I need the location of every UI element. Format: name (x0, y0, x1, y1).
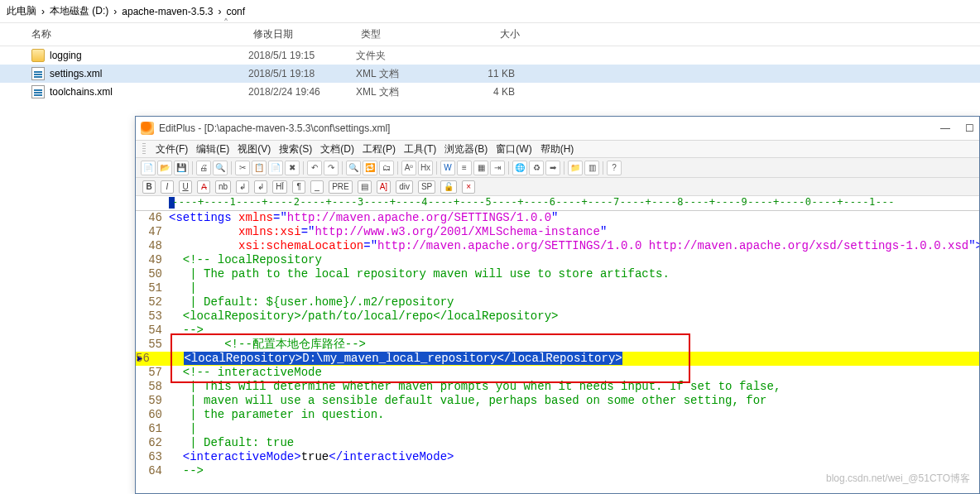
code: " (551, 211, 558, 224)
file-row[interactable]: toolchains.xml 2018/2/24 19:46 XML 文档 4 … (0, 83, 980, 101)
replace-icon[interactable]: 🔁 (363, 161, 377, 175)
col-type[interactable]: 类型 (361, 27, 460, 41)
menu-view[interactable]: 视图(V) (238, 142, 271, 156)
bold-button[interactable]: B (142, 180, 156, 194)
folder-icon (31, 49, 45, 62)
reload-icon[interactable]: ♻ (529, 161, 544, 175)
font-a-icon[interactable]: Aᵅ (401, 161, 416, 175)
open-icon[interactable]: 📂 (157, 161, 172, 175)
print-icon[interactable]: 🖨 (196, 161, 211, 175)
titlebar[interactable]: EditPlus - [D:\apache-maven-3.5.3\conf\s… (136, 117, 979, 140)
file-row-folder[interactable]: logging 2018/5/1 19:15 文件夹 (0, 46, 980, 65)
hr-button[interactable]: ⎯ (310, 180, 324, 194)
nbsp-button[interactable]: nb (215, 180, 231, 194)
strike-button[interactable]: A̶ (197, 180, 210, 194)
h-button[interactable]: HĪ (272, 180, 287, 194)
xml-file-icon (31, 85, 45, 98)
menu-tool[interactable]: 工具(T) (404, 142, 436, 156)
find-icon[interactable]: 🔍 (346, 161, 361, 175)
window-title: EditPlus - [D:\apache-maven-3.5.3\conf\s… (159, 122, 390, 134)
folder-icon[interactable]: 📁 (568, 161, 583, 175)
word-icon[interactable]: W (440, 161, 455, 175)
separator (303, 161, 304, 175)
current-line-marker: ▶ (137, 352, 142, 366)
br-button[interactable]: ↲ (236, 180, 249, 194)
menu-file[interactable]: 文件(F) (156, 142, 188, 156)
span-button[interactable]: SP (418, 180, 435, 194)
bc-folder1[interactable]: apache-maven-3.5.3 (122, 6, 213, 17)
menu-window[interactable]: 窗口(W) (496, 142, 531, 156)
code: "> (968, 239, 979, 252)
bc-folder2[interactable]: conf (226, 6, 245, 17)
separator (231, 161, 232, 175)
redo-icon[interactable]: ↷ (324, 161, 339, 175)
panel-icon[interactable]: ▥ (584, 161, 599, 175)
pre-button[interactable]: PRE (329, 180, 353, 194)
copy-icon[interactable]: 📋 (252, 161, 267, 175)
sort-asc-icon: ˄ (223, 17, 228, 29)
code: --> (169, 464, 979, 478)
italic-button[interactable]: I (161, 180, 174, 194)
para-button[interactable]: ¶ (292, 180, 305, 194)
wrap-icon[interactable]: ≡ (457, 161, 472, 175)
selected-text: <localRepository>D:\my_maven_local_repos… (184, 352, 622, 365)
list-button[interactable]: ▤ (358, 180, 372, 194)
bc-drive[interactable]: 本地磁盘 (D:) (50, 4, 108, 18)
file-row-selected[interactable]: settings.xml 2018/5/1 19:18 XML 文档 11 KB (0, 65, 980, 83)
toolbar-main[interactable]: 📄 📂 💾 🖨 🔍 ✂ 📋 📄 ✖ ↶ ↷ 🔍 🔁 🗂 Aᵅ Hx W ≡ ▦ … (136, 158, 979, 178)
breadcrumb[interactable]: 此电脑› 本地磁盘 (D:)› apache-maven-3.5.3› conf (0, 0, 980, 23)
file-type: XML 文档 (356, 67, 455, 81)
separator (192, 161, 193, 175)
code-editor[interactable]: 46<settings xmlns="http://maven.apache.o… (136, 211, 979, 493)
menu-search[interactable]: 搜索(S) (279, 142, 312, 156)
col-size[interactable]: 大小 (460, 27, 535, 41)
grip-icon (142, 143, 146, 155)
toggle-icon[interactable]: ▦ (473, 161, 488, 175)
bc-root[interactable]: 此电脑 (7, 4, 36, 18)
toolbar-html[interactable]: B I U A̶ nb ↲ ↲ HĪ ¶ ⎯ PRE ▤ A] div SP 🔓… (136, 178, 979, 196)
lock-button[interactable]: 🔓 (440, 180, 457, 194)
code: | Default: true (169, 436, 979, 450)
menu-project[interactable]: 工程(P) (363, 142, 396, 156)
code: | the parameter in question. (169, 408, 979, 422)
underline-button[interactable]: U (179, 180, 192, 194)
code: | (169, 422, 979, 436)
col-date[interactable]: 修改日期 (253, 27, 361, 41)
code: xmlns (238, 211, 273, 224)
code: =" (273, 211, 287, 224)
div-button[interactable]: div (396, 180, 413, 194)
maximize-button[interactable]: ☐ (965, 122, 974, 134)
menu-browser[interactable]: 浏览器(B) (444, 142, 488, 156)
close-tag-button[interactable]: × (462, 180, 475, 194)
save-icon[interactable]: 💾 (174, 161, 189, 175)
app-icon (141, 122, 154, 135)
code: http://maven.apache.org/SETTINGS/1.0.0 h… (377, 239, 968, 252)
arrow-icon[interactable]: ➡ (545, 161, 560, 175)
file-date: 2018/2/24 19:46 (248, 86, 356, 98)
file-list-header[interactable]: 名称 ˄ 修改日期 类型 大小 (0, 23, 980, 46)
delete-icon[interactable]: ✖ (285, 161, 300, 175)
col-name[interactable]: 名称 (0, 27, 248, 41)
menu-document[interactable]: 文档(D) (320, 142, 354, 156)
paste-icon[interactable]: 📄 (268, 161, 283, 175)
preview-icon[interactable]: 🔍 (213, 161, 228, 175)
code: | This will determine whether maven prom… (169, 380, 979, 394)
menu-edit[interactable]: 编辑(E) (196, 142, 229, 156)
new-icon[interactable]: 📄 (141, 161, 156, 175)
code: =" (363, 239, 377, 252)
findfiles-icon[interactable]: 🗂 (379, 161, 394, 175)
file-date: 2018/5/1 19:15 (248, 50, 356, 61)
undo-icon[interactable]: ↶ (307, 161, 322, 175)
code (169, 239, 238, 252)
indent-icon[interactable]: ⇥ (490, 161, 505, 175)
help-icon[interactable]: ? (607, 161, 622, 175)
cut-icon[interactable]: ✂ (235, 161, 250, 175)
hex-icon[interactable]: Hx (418, 161, 433, 175)
code: http://maven.apache.org/SETTINGS/1.0.0 (287, 211, 551, 224)
minimize-button[interactable]: — (940, 122, 950, 134)
browser-icon[interactable]: 🌐 (512, 161, 527, 175)
menu-help[interactable]: 帮助(H) (540, 142, 574, 156)
p-button[interactable]: ↲ (254, 180, 267, 194)
anchor-button[interactable]: A] (377, 180, 391, 194)
menubar[interactable]: 文件(F) 编辑(E) 视图(V) 搜索(S) 文档(D) 工程(P) 工具(T… (136, 140, 979, 158)
